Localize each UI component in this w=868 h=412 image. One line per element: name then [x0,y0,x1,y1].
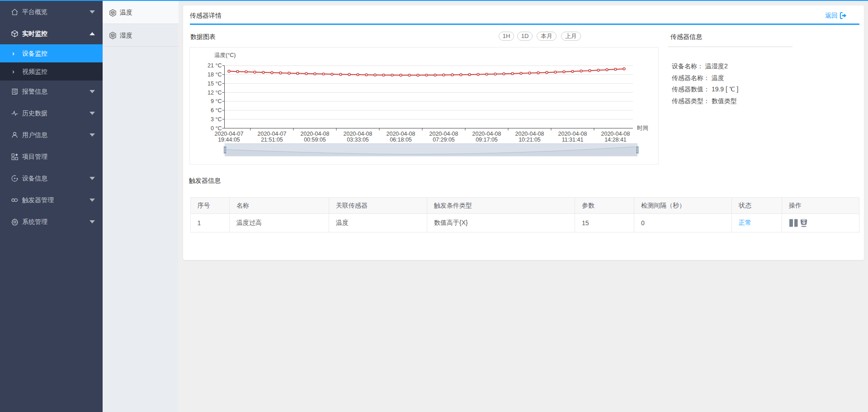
svg-text:2020-04-08: 2020-04-08 [558,131,587,137]
svg-text:00:59:05: 00:59:05 [304,137,326,143]
svg-text:2020-04-08: 2020-04-08 [472,131,501,137]
svg-text:2020-04-08: 2020-04-08 [429,131,458,137]
svg-text:2020-04-07: 2020-04-07 [215,131,244,137]
svg-text:2020-04-08: 2020-04-08 [344,131,373,137]
svg-text:2020-04-08: 2020-04-08 [301,131,330,137]
svg-text:03:33:05: 03:33:05 [347,137,369,143]
svg-text:2020-04-08: 2020-04-08 [515,131,544,137]
svg-text:14:28:41: 14:28:41 [604,137,627,143]
svg-text:07:29:05: 07:29:05 [433,137,455,143]
svg-text:21 °C: 21 °C [208,62,222,69]
svg-text:2020-04-08: 2020-04-08 [387,131,415,137]
svg-text:2020-04-07: 2020-04-07 [258,131,287,137]
svg-text:06:18:05: 06:18:05 [390,137,412,143]
svg-text:9 °C: 9 °C [211,98,222,104]
svg-text:09:17:05: 09:17:05 [476,137,498,143]
svg-text:19:44:05: 19:44:05 [218,137,240,143]
svg-text:温度(°C): 温度(°C) [214,52,236,58]
svg-text:21:51:05: 21:51:05 [261,137,283,143]
svg-text:时间: 时间 [637,125,648,131]
svg-text:10:21:05: 10:21:05 [519,137,541,143]
svg-text:15 °C: 15 °C [208,81,222,87]
svg-text:3 °C: 3 °C [211,116,222,123]
svg-text:6 °C: 6 °C [211,107,222,114]
svg-text:11:31:41: 11:31:41 [562,137,584,143]
svg-text:18 °C: 18 °C [208,71,222,78]
svg-text:12 °C: 12 °C [208,90,222,96]
svg-text:2020-04-08: 2020-04-08 [601,131,630,137]
